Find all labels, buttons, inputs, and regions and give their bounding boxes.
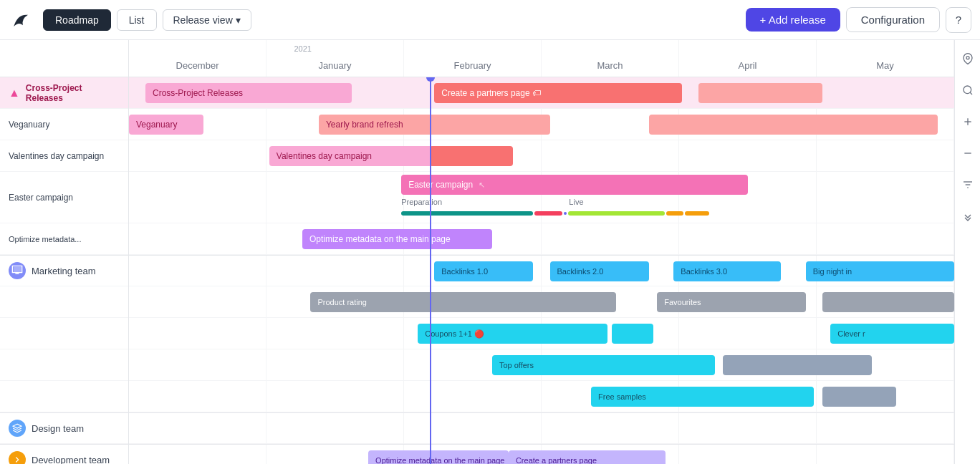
marketing-row5-label [0,381,128,412]
svg-line-2 [970,92,972,95]
dev-row: Optimize metadata on the main page Creat… [129,444,954,464]
valentines-ext[interactable] [430,146,512,166]
dev-label: Development team [32,455,110,465]
veganuary-bar[interactable]: Veganuary [129,115,203,135]
zoom-out-btn[interactable] [958,143,978,163]
live-label: Live [569,198,583,206]
yearly-brand-bar[interactable]: Yearly brand refresh [319,115,550,135]
dev-label-row: Development team [0,444,128,464]
favourites-ext[interactable] [822,292,954,312]
product-rating-bar[interactable]: Product rating [310,292,615,312]
dev-partners-bar[interactable]: Create a partners page [509,450,666,464]
month-february: February [404,40,542,77]
release-view-btn[interactable]: Release view ▾ [163,9,251,31]
coupons-ext[interactable] [612,324,653,344]
main-body: ▲ Cross-Project Releases Veganuary Valen… [0,40,980,464]
right-controls-panel [954,40,980,464]
today-line [430,77,431,464]
clever-bar[interactable]: Clever r [830,324,954,344]
configuration-button[interactable]: Configuration [846,7,940,32]
month-january: January [266,40,404,77]
create-partners-bar[interactable]: Create a partners page 🏷 [434,83,682,103]
coupons-bar[interactable]: Coupons 1+1 🔴 [418,324,607,344]
free-samples-bar[interactable]: Free samples [591,387,814,407]
optimize-bar[interactable]: Optimize metadata on the main page [302,229,492,249]
cross-project-icon: ▲ [9,87,20,100]
preparation-label: Preparation [401,198,442,206]
design-label: Design team [32,423,84,434]
marketing-row3-label [0,318,128,349]
design-avatar [9,420,26,437]
month-may: May [817,40,954,77]
collapse-btn[interactable] [958,206,978,226]
yearly-brand-ext[interactable] [649,115,938,135]
zoom-in-btn[interactable] [958,112,978,132]
month-december: December [129,40,266,77]
design-row [129,412,954,444]
labels-header [0,40,128,77]
gantt-body: Cross-Project Releases Create a partners… [129,77,954,464]
marketing-row4-label [0,349,128,381]
big-night-bar[interactable]: Big night in [806,261,954,281]
dev-avatar [9,451,26,464]
search-btn[interactable] [958,80,978,100]
free-samples-ext[interactable] [822,387,897,407]
backlinks-1-bar[interactable]: Backlinks 1.0 [434,261,533,281]
marketing-freesamples-row: Free samples [129,381,954,412]
easter-row: Easter campaign ↖ Preparation Live [129,172,954,223]
location-btn[interactable] [958,49,978,69]
progress-teal [401,211,533,216]
progress-dot [564,212,567,215]
optimize-label-row: Optimize metadata... [0,223,128,255]
cross-project-bar[interactable]: Cross-Project Releases [145,83,352,103]
marketing-row2-label [0,286,128,318]
optimize-label: Optimize metadata... [9,235,82,243]
backlinks-3-bar[interactable]: Backlinks 3.0 [673,261,781,281]
header: Roadmap List Release view ▾ + Add releas… [0,0,980,40]
marketing-label-row: Marketing team [0,255,128,286]
release-view-label: Release view [173,14,233,26]
backlinks-2-bar[interactable]: Backlinks 2.0 [550,261,649,281]
progress-lime [568,211,665,216]
marketing-label: Marketing team [32,266,96,276]
progress-amber2 [685,211,709,216]
gantt-scroll-area[interactable]: 2021 December January February March Apr… [129,40,954,464]
marketing-product-row: Product rating Favourites [129,286,954,318]
top-offers-bar[interactable]: Top offers [492,355,715,375]
marketing-coupons-row: Coupons 1+1 🔴 Clever r [129,318,954,349]
progress-red [534,211,562,216]
top-offers-ext[interactable] [723,355,871,375]
easter-label-row: Easter campaign [0,172,128,223]
cross-project-ext-bar[interactable] [698,83,822,103]
roadmap-nav-btn[interactable]: Roadmap [43,9,111,31]
easter-progress [401,211,748,216]
logo [9,7,34,33]
month-header: 2021 December January February March Apr… [129,40,954,77]
progress-amber [666,211,683,216]
svg-point-0 [966,57,969,59]
dev-optimize-bar[interactable]: Optimize metadata on the main page [368,450,509,464]
cross-project-label-row: ▲ Cross-Project Releases [0,77,128,109]
marketing-topoffers-row: Top offers [129,349,954,381]
easter-label: Easter campaign [9,193,73,203]
labels-column: ▲ Cross-Project Releases Veganuary Valen… [0,40,129,464]
list-nav-btn[interactable]: List [117,9,157,31]
veganuary-label-row: Veganuary [0,109,128,140]
favourites-bar[interactable]: Favourites [657,292,805,312]
optimize-row: Optimize metadata on the main page [129,223,954,255]
filter-btn[interactable] [958,175,978,195]
cross-project-label: Cross-Project Releases [26,83,120,103]
month-march: March [542,40,679,77]
easter-bar[interactable]: Easter campaign ↖ [401,175,748,195]
add-release-button[interactable]: + Add release [746,8,840,32]
svg-point-1 [964,86,971,94]
easter-sub-row: Preparation Live [401,198,748,206]
month-april: April [679,40,817,77]
valentines-label-row: Valentines day campaign [0,140,128,172]
cursor-icon: ↖ [479,180,485,190]
chevron-down-icon: ▾ [236,14,241,26]
marketing-backlinks-row: Backlinks 1.0 Backlinks 2.0 Backlinks 3.… [129,255,954,286]
veganuary-label: Veganuary [9,120,49,130]
valentines-row: Valentines day campaign [129,140,954,172]
help-button[interactable]: ? [946,7,971,33]
